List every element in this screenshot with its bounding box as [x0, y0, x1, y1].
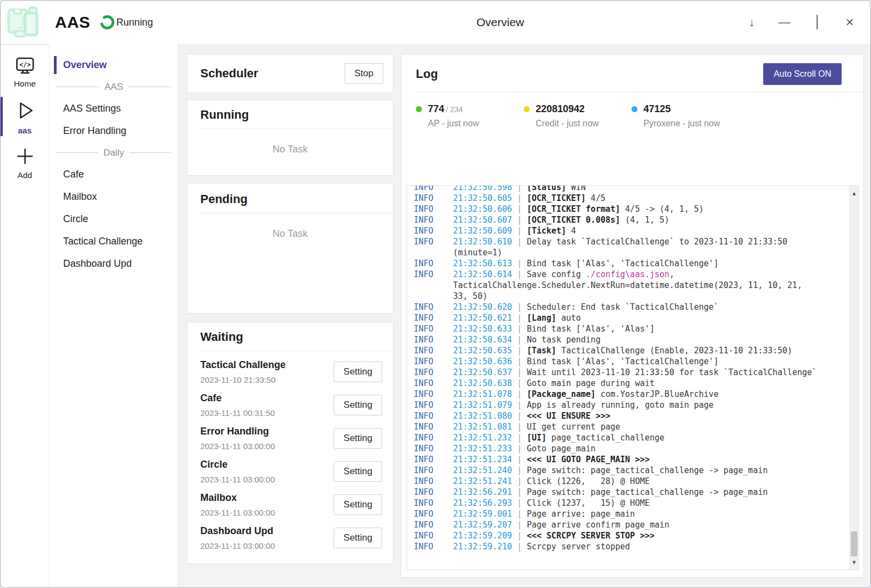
log-lines: INFO 21:32:50.598 | [Status] WININFO 21:… [407, 185, 858, 554]
waiting-task-setting-button[interactable]: Setting [334, 528, 382, 548]
sidebar-item-cafe[interactable]: Cafe [50, 163, 178, 186]
waiting-task-setting-button[interactable]: Setting [334, 494, 382, 515]
rail-item-home[interactable]: </> Home [1, 52, 49, 91]
waiting-task-row: Cafe 2023-11-11 00:31:50 Setting [200, 393, 382, 418]
log-line-continuation: 33, 50) [414, 291, 844, 302]
waiting-task-name: Cafe [200, 393, 275, 404]
sidebar-item-circle[interactable]: Circle [50, 208, 178, 230]
waiting-task-setting-button[interactable]: Setting [334, 395, 382, 415]
sidebar-item-mailbox[interactable]: Mailbox [50, 186, 178, 208]
code-monitor-icon: </> [15, 57, 35, 77]
log-line: INFO 21:32:51.081 | UI get current page [414, 421, 844, 432]
maximize-button[interactable] [811, 16, 824, 28]
waiting-task-name: Mailbox [200, 492, 275, 504]
sidebar-item-tactical-challenge[interactable]: Tactical Challenge [50, 230, 178, 253]
sidebar-item-label: Circle [63, 213, 88, 225]
maximize-icon [817, 15, 818, 29]
running-spinner-icon [99, 14, 115, 30]
waiting-task-next-run: 2023-11-11 03:00:00 [200, 442, 275, 451]
sidebar-item-label: Error Handling [63, 125, 126, 137]
divider [200, 128, 393, 129]
stat-value: 774 [428, 103, 444, 114]
sidebar-item-dashboard-upd[interactable]: Dashboard Upd [50, 253, 178, 275]
log-line: INFO 21:32:56.293 | Click (1237, 15) @ H… [414, 498, 844, 509]
sidebar-item-overview[interactable]: Overview [50, 54, 178, 76]
waiting-task-row: Tactical Challenge 2023-11-10 21:33:50 S… [200, 359, 382, 384]
sidebar-section-aas: AAS [50, 76, 178, 97]
scrollbar-thumb[interactable] [851, 531, 857, 556]
sidebar-item-label: Mailbox [63, 191, 97, 203]
waiting-task-row: Circle 2023-11-11 03:00:00 Setting [200, 459, 382, 484]
waiting-task-name: Tactical Challenge [200, 359, 286, 371]
sidebar-section-daily: Daily [50, 142, 178, 163]
waiting-task-next-run: 2023-11-10 21:33:50 [200, 375, 286, 384]
log-title: Log [416, 67, 438, 81]
app-window: AAS Running Overview ↓ — ✕ </> [0, 0, 871, 588]
app-logo-icon [5, 6, 41, 41]
scroll-up-icon[interactable]: ▲ [850, 188, 858, 199]
sidebar-item-aas-settings[interactable]: AAS Settings [50, 97, 178, 120]
rail-item-add[interactable]: Add [1, 142, 49, 183]
running-title: Running [200, 108, 380, 122]
scheduler-status-text: Running [116, 17, 153, 28]
resource-stat: 220810942 Credit - just now [524, 103, 631, 128]
log-console[interactable]: INFO 21:32:50.598 | [Status] WININFO 21:… [407, 185, 859, 570]
active-indicator-bar [1, 97, 3, 136]
divider [200, 213, 393, 213]
running-empty-text: No Task [200, 144, 380, 155]
log-line: INFO 21:32:50.609 | [Ticket] 4 [414, 225, 844, 236]
stat-value: 47125 [643, 103, 671, 114]
resource-stat: 774/ 234 AP - just now [416, 103, 524, 128]
scroll-down-icon[interactable]: ▼ [850, 557, 858, 568]
rail-item-label: Home [14, 79, 35, 88]
stop-button[interactable]: Stop [345, 63, 383, 84]
rail-item-aas[interactable]: aas [1, 95, 49, 138]
waiting-task-row: Mailbox 2023-11-11 03:00:00 Setting [200, 492, 382, 517]
task-sidebar: OverviewAASAAS SettingsError HandlingDai… [50, 44, 179, 587]
waiting-task-name: Error Handling [200, 426, 275, 437]
waiting-task-setting-button[interactable]: Setting [334, 461, 382, 482]
sidebar-item-label: AAS Settings [63, 103, 121, 114]
rail-item-label: Add [17, 170, 32, 180]
waiting-task-next-run: 2023-11-11 03:00:00 [200, 475, 275, 484]
section-label: AAS [105, 82, 123, 93]
log-line: INFO 21:32:50.637 | Wait until 2023-11-1… [414, 367, 844, 378]
stat-value: 220810942 [536, 103, 585, 114]
log-line: INFO 21:32:51.078 | [Package_name] com.Y… [414, 389, 844, 400]
waiting-card: Waiting Tactical Challenge 2023-11-10 21… [187, 322, 394, 564]
log-line: INFO 21:32:51.241 | Click (1226, 28) @ H… [414, 476, 844, 487]
log-line: INFO 21:32:59.209 | <<< SCRCPY SERVER ST… [414, 530, 844, 541]
stat-label: Pyroxene - just now [643, 119, 720, 128]
minimize-button[interactable]: — [778, 16, 791, 28]
log-line: INFO 21:32:51.240 | Page switch: page_ta… [414, 465, 844, 476]
scheduler-column: Scheduler Stop Running No Task Pending N… [187, 54, 394, 578]
waiting-task-setting-button[interactable]: Setting [334, 428, 382, 449]
auto-scroll-toggle-button[interactable]: Auto Scroll ON [763, 63, 842, 85]
log-line: INFO 21:32:50.614 | Save config ./config… [414, 269, 844, 280]
log-line: INFO 21:32:59.207 | Page arrive confirm … [414, 519, 844, 530]
waiting-task-setting-button[interactable]: Setting [334, 362, 382, 382]
waiting-task-row: Error Handling 2023-11-11 03:00:00 Setti… [200, 426, 382, 451]
log-line: INFO 21:32:50.621 | [Lang] auto [414, 313, 844, 323]
play-icon [14, 99, 36, 124]
stat-label: AP - just now [428, 119, 479, 128]
waiting-title: Waiting [200, 330, 382, 344]
log-line: INFO 21:32:50.606 | [OCR_TICKET format] … [414, 204, 844, 215]
resource-stats: 774/ 234 AP - just now 220810942 Credit … [401, 93, 863, 128]
section-divider-line [56, 87, 99, 87]
download-update-button[interactable]: ↓ [745, 16, 758, 28]
log-scrollbar[interactable]: ▲ ▼ [849, 186, 858, 569]
waiting-task-list: Tactical Challenge 2023-11-10 21:33:50 S… [200, 359, 382, 550]
stat-dot-icon [631, 106, 637, 112]
waiting-task-next-run: 2023-11-11 00:31:50 [200, 408, 275, 418]
active-indicator-bar [54, 56, 57, 74]
plus-icon [15, 146, 35, 169]
section-label: Daily [103, 148, 124, 158]
close-button[interactable]: ✕ [843, 17, 856, 28]
sidebar-item-label: Dashboard Upd [63, 258, 132, 270]
log-line-continuation: (minute=1) [414, 247, 844, 258]
stat-label: Credit - just now [536, 119, 599, 128]
log-line: INFO 21:32:56.291 | Page switch: page_ta… [414, 487, 844, 498]
log-line: INFO 21:32:50.636 | Bind task ['Alas', '… [414, 356, 844, 367]
sidebar-item-error-handling[interactable]: Error Handling [50, 120, 178, 142]
